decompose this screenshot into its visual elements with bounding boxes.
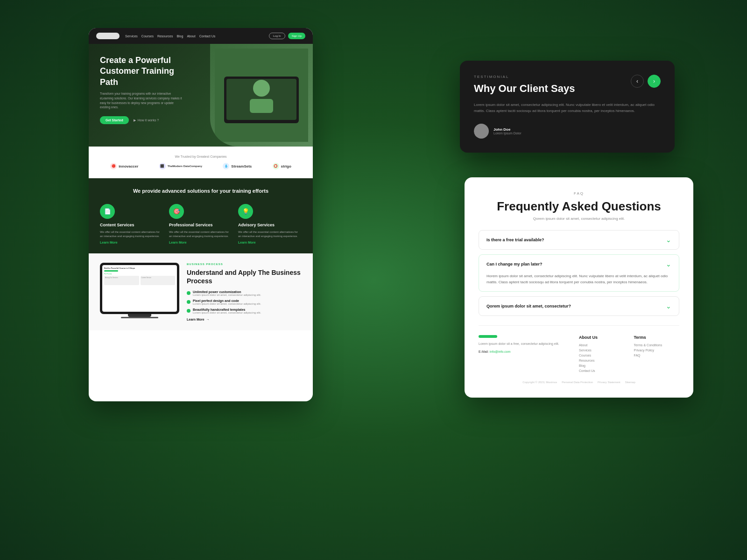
footer-privacy-link[interactable]: Privacy Policy (634, 349, 680, 352)
innovaccer-icon: 🔴 (110, 163, 117, 169)
service-professional: 🎯 Professional Services We offer all the… (169, 204, 233, 244)
faq-answer-2: Horem ipsum dolor sit amet, consectetur … (479, 273, 679, 291)
service-content-desc: We offer all the essential content alter… (100, 230, 163, 238)
faq-question-3[interactable]: Qorem ipsum dolor sit amet, consectetur?… (479, 297, 679, 315)
author-avatar (474, 124, 489, 139)
logo-streamsets: 💧 StreamSets (223, 163, 252, 169)
footer-terms-col: Terms Terms & Conditions Privacy Policy … (634, 335, 680, 374)
footer-blog-link[interactable]: Blog (579, 364, 625, 367)
strigo-icon: ⭕ (273, 163, 279, 169)
footer-resources-link[interactable]: Resources (579, 359, 625, 362)
professional-icon: 🎯 (169, 204, 184, 219)
faq-chevron-2: ⌄ (666, 260, 671, 268)
feature-2: Pixel perfect design and code Lorem ipsu… (187, 299, 302, 305)
modern-icon: ⬛ (159, 163, 166, 169)
footer-copyright: Copyright © 2023, Maximus Personal Data … (479, 381, 679, 384)
footer: Lorem ipsum dolor sit a free, consectetu… (479, 325, 679, 374)
content-icon: 📄 (100, 204, 115, 219)
footer-services-link[interactable]: Services (579, 349, 625, 352)
faq-chevron-3: ⌄ (666, 302, 671, 310)
nav-link-services[interactable]: Services (125, 35, 138, 38)
nav-links: Services Courses Resources Blog About Co… (125, 35, 263, 38)
faq-tag: FAQ (479, 191, 679, 196)
logo-innovaccer: 🔴 innovaccer (110, 163, 138, 169)
hero-title: Create a Powerful Customer Training Path (100, 55, 193, 88)
service-content-learn[interactable]: Learn More (100, 241, 163, 244)
nav-link-resources[interactable]: Resources (157, 35, 173, 38)
trusted-title: We Trusted by Greatest Companies (100, 155, 302, 158)
testimonial-author: John Doe Lorem Ipsum Dolor (474, 124, 661, 139)
footer-about-col: About Us About Services Courses Resource… (579, 335, 625, 374)
nav-buttons: Log In Sign Up (269, 33, 305, 39)
footer-email: E-Mail: info@info.com (479, 350, 570, 353)
faq-question-2[interactable]: Can I change my plan later? ⌄ (479, 255, 679, 273)
nav-link-blog[interactable]: Blog (176, 35, 183, 38)
feature-2-dot (187, 300, 190, 304)
laptop-screen: Build a Powerful Course in 3 Steps Pre P… (102, 265, 177, 312)
nav-logo (96, 33, 120, 39)
service-professional-title: Professional Services (169, 223, 233, 227)
logo-strigo: ⭕ strigo (273, 163, 291, 169)
business-content: BUSINESS PROCESS Understand and Apply Th… (187, 263, 302, 321)
footer-contact-link[interactable]: Contact Us (579, 369, 625, 372)
get-started-button[interactable]: Get Started (100, 116, 129, 124)
hero-section: Create a Powerful Customer Training Path… (89, 44, 313, 147)
feature-3-text: Beautifully handcrafted templates Lorem … (193, 308, 261, 314)
feature-1-text: Unlimited power customization Lorem ipsu… (193, 290, 261, 296)
feature-1: Unlimited power customization Lorem ipsu… (187, 290, 302, 296)
prev-testimonial-button[interactable]: ‹ (631, 75, 644, 88)
nav-link-courses[interactable]: Courses (141, 35, 154, 38)
service-professional-desc: We offer all the essential content alter… (169, 230, 233, 238)
play-icon: ▶ (134, 119, 136, 122)
business-section: Build a Powerful Course in 3 Steps Pre P… (89, 253, 313, 330)
author-info: John Doe Lorem Ipsum Dolor (493, 127, 521, 135)
faq-subtitle: Qorem ipsum dolor sit amet, consectetur … (479, 217, 679, 221)
services-heading: We provide advanced solutions for your t… (100, 188, 302, 195)
navbar: Services Courses Resources Blog About Co… (89, 28, 313, 44)
trusted-logos: 🔴 innovaccer ⬛ TheModern DataCompany 💧 S… (100, 163, 302, 169)
login-button[interactable]: Log In (269, 33, 285, 39)
feature-1-dot (187, 291, 190, 295)
services-section: We provide advanced solutions for your t… (89, 178, 313, 253)
svg-rect-4 (250, 99, 273, 113)
service-advisory-title: Advisory Services (238, 223, 302, 227)
feature-2-text: Pixel perfect design and code Lorem ipsu… (193, 299, 261, 305)
footer-about-link[interactable]: About (579, 343, 625, 347)
hero-description: Transform your training programs with ou… (100, 91, 184, 110)
faq-q-text-1: Is there a free trial available? (486, 238, 544, 242)
business-tag: BUSINESS PROCESS (187, 263, 302, 266)
faq-item-1: Is there a free trial available? ⌄ (479, 230, 679, 250)
faq-question-1[interactable]: Is there a free trial available? ⌄ (479, 231, 679, 249)
author-role: Lorem Ipsum Dolor (493, 132, 521, 135)
nav-link-about[interactable]: About (187, 35, 195, 38)
faq-q-text-2: Can I change my plan later? (486, 262, 543, 266)
footer-brand: Lorem ipsum dolor sit a free, consectetu… (479, 335, 570, 374)
left-card: Services Courses Resources Blog About Co… (89, 28, 313, 401)
service-content-title: Content Services (100, 223, 163, 227)
laptop-mockup: Build a Powerful Course in 3 Steps Pre P… (100, 263, 179, 318)
arrow-right-icon: → (206, 318, 210, 321)
service-advisory-learn[interactable]: Learn More (238, 241, 302, 244)
footer-brand-bar (479, 335, 497, 338)
next-testimonial-button[interactable]: › (648, 75, 661, 88)
trusted-section: We Trusted by Greatest Companies 🔴 innov… (89, 147, 313, 178)
footer-faq-link[interactable]: FAQ (634, 354, 680, 357)
how-it-works-link[interactable]: ▶ How it works ? (134, 119, 159, 122)
faq-q-text-3: Qorem ipsum dolor sit amet, consectetur? (486, 304, 571, 308)
feature-3-dot (187, 309, 190, 313)
service-advisory-desc: We offer all the essential content alter… (238, 230, 302, 238)
faq-title: Frequently Asked Questions (479, 199, 679, 214)
footer-courses-link[interactable]: Courses (579, 354, 625, 357)
services-grid: 📄 Content Services We offer all the esse… (100, 204, 302, 244)
service-professional-learn[interactable]: Learn More (169, 241, 233, 244)
footer-terms-title: Terms (634, 335, 680, 340)
testimonial-text: Lorem ipsum dolor sit amet, consectetur … (474, 102, 661, 114)
hero-image (210, 44, 313, 147)
feature-3: Beautifully handcrafted templates Lorem … (187, 308, 302, 314)
business-learn-more[interactable]: Learn More → (187, 318, 210, 321)
testimonial-card: ‹ › TESTIMONIAL Why Our Client Says Lore… (460, 61, 675, 153)
faq-chevron-1: ⌄ (666, 236, 671, 244)
footer-terms-link[interactable]: Terms & Conditions (634, 343, 680, 347)
signup-button[interactable]: Sign Up (288, 33, 305, 39)
nav-link-contact[interactable]: Contact Us (199, 35, 216, 38)
